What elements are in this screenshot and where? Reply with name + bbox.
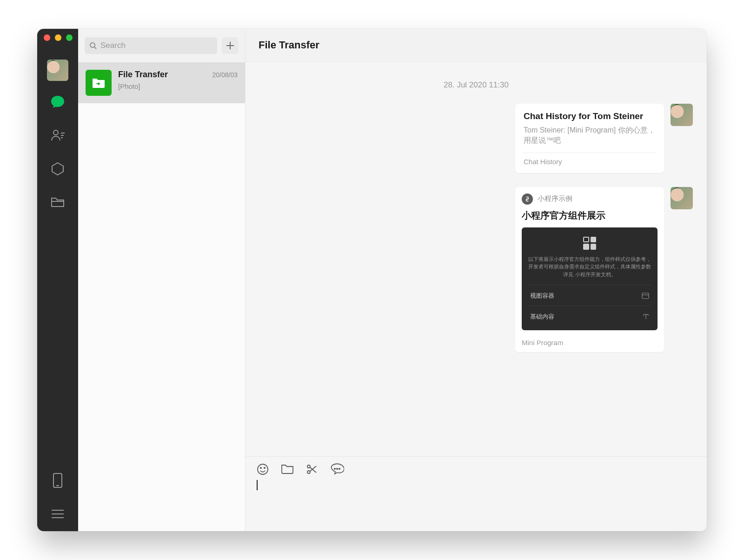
mini-program-section: 基础内容 xyxy=(528,306,651,323)
favorites-icon[interactable] xyxy=(50,161,66,177)
svg-point-22 xyxy=(264,467,265,468)
conversation-preview: [Photo] xyxy=(118,82,238,90)
mini-program-appname: 小程序示例 xyxy=(538,194,572,203)
minimize-window-button[interactable] xyxy=(55,34,61,41)
file-transfer-avatar xyxy=(86,70,112,96)
svg-point-10 xyxy=(90,43,95,47)
input-bar xyxy=(246,456,707,531)
mini-program-desc: 以下将展示小程序官方组件能力，组件样式仅供参考，开发者可根据自身需求自定义组件样… xyxy=(528,255,651,279)
message-row: Chat History for Tom Steiner Tom Steiner… xyxy=(259,104,693,173)
conversation-title: File Transfer xyxy=(118,70,168,80)
svg-point-29 xyxy=(339,468,340,469)
scissors-icon[interactable] xyxy=(306,463,318,475)
conversation-body: File Transfer 20/08/03 [Photo] xyxy=(118,70,238,90)
avatar[interactable] xyxy=(47,60,68,81)
text-icon xyxy=(643,313,649,320)
more-icon[interactable] xyxy=(330,463,344,475)
svg-line-11 xyxy=(94,47,96,49)
mini-program-section-label: 基础内容 xyxy=(530,313,554,321)
close-window-button[interactable] xyxy=(44,34,50,41)
conversation-list-pane: File Transfer 20/08/03 [Photo] xyxy=(78,29,246,531)
svg-line-25 xyxy=(310,467,317,473)
maximize-window-button[interactable] xyxy=(66,34,73,41)
mini-program-logo-icon xyxy=(522,193,533,205)
phone-icon[interactable] xyxy=(50,473,66,488)
emoji-icon[interactable] xyxy=(257,463,269,475)
message-row: 小程序示例 小程序官方组件展示 以下将展示小程序官方组件能力，组件样式仅供参考，… xyxy=(259,187,693,353)
files-icon[interactable] xyxy=(50,194,66,210)
mini-program-title: 小程序官方组件展示 xyxy=(522,209,658,222)
attach-folder-icon[interactable] xyxy=(281,463,294,475)
svg-point-28 xyxy=(337,468,338,469)
search-input[interactable] xyxy=(100,41,213,50)
mini-program-footer: Mini Program xyxy=(522,333,658,347)
mini-program-section-label: 视图容器 xyxy=(530,292,554,300)
chat-header: File Transfer xyxy=(246,29,707,62)
search-icon xyxy=(89,42,97,49)
mini-program-card[interactable]: 小程序示例 小程序官方组件展示 以下将展示小程序官方组件能力，组件样式仅供参考，… xyxy=(515,187,664,353)
svg-rect-14 xyxy=(642,293,649,299)
svg-line-26 xyxy=(310,466,317,472)
folder-arrow-icon xyxy=(92,77,106,89)
chat-icon[interactable] xyxy=(50,94,66,110)
avatar[interactable] xyxy=(671,104,693,126)
search-box[interactable] xyxy=(85,37,217,54)
chat-history-card[interactable]: Chat History for Tom Steiner Tom Steiner… xyxy=(515,104,664,173)
mini-program-section: 视图容器 xyxy=(528,285,651,302)
chat-history-footer: Chat History xyxy=(524,153,656,166)
avatar[interactable] xyxy=(671,187,693,209)
text-caret xyxy=(257,480,258,490)
menu-icon[interactable] xyxy=(50,506,66,522)
nav-sidebar xyxy=(37,29,78,531)
mini-program-preview: 以下将展示小程序官方组件能力，组件样式仅供参考，开发者可根据自身需求自定义组件样… xyxy=(522,227,658,331)
svg-point-0 xyxy=(53,130,58,135)
chat-pane: File Transfer 28. Jul 2020 11:30 Chat Hi… xyxy=(246,29,707,531)
container-icon xyxy=(642,293,649,299)
new-chat-button[interactable] xyxy=(222,37,239,54)
plus-icon xyxy=(226,41,234,50)
conversation-item[interactable]: File Transfer 20/08/03 [Photo] xyxy=(78,62,245,103)
svg-point-20 xyxy=(258,464,268,474)
chat-history-body: Tom Steiner: [Mini Program] 你的心意，用星说™吧 xyxy=(524,125,656,146)
contacts-icon[interactable] xyxy=(50,127,66,143)
chat-timestamp: 28. Jul 2020 11:30 xyxy=(259,80,693,90)
chat-scroll[interactable]: 28. Jul 2020 11:30 Chat History for Tom … xyxy=(246,62,707,456)
app-window: File Transfer 20/08/03 [Photo] File Tran… xyxy=(37,29,707,531)
message-input[interactable] xyxy=(257,480,696,517)
search-row xyxy=(78,29,245,62)
chat-history-title: Chat History for Tom Steiner xyxy=(524,111,656,121)
svg-point-27 xyxy=(334,468,335,469)
svg-point-21 xyxy=(260,467,261,468)
conversation-time: 20/08/03 xyxy=(213,71,238,79)
window-controls xyxy=(44,34,73,41)
grid-icon xyxy=(583,237,596,250)
